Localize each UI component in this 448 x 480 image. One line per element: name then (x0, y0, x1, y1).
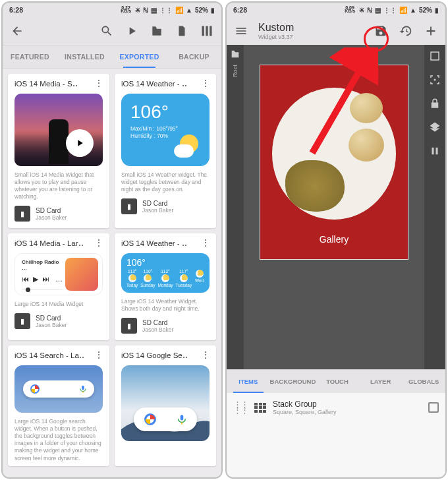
lock-icon[interactable] (429, 98, 441, 109)
album-art (65, 258, 98, 291)
tab-layer[interactable]: LAYER (359, 370, 403, 393)
file-icon[interactable] (174, 23, 190, 39)
status-bar: 6:28 0.22KB/s ✳ℕ▤⋮⋮📶▲ 52%▮ (3, 3, 221, 17)
mic-icon (176, 413, 188, 425)
editor-tabs: ITEMS BACKGROUND TOUCH LAYER GLOBALS (227, 369, 445, 393)
folder-icon[interactable] (149, 23, 165, 39)
editor-canvas-area: Root Gallery (227, 45, 445, 369)
tab-exported[interactable]: EXPORTED (112, 45, 167, 68)
card-title: iOS 14 Google Se‥ (121, 351, 198, 360)
temperature: 106° (126, 257, 204, 268)
sd-card-icon: ▮ (121, 318, 137, 334)
tab-installed[interactable]: INSTALLED (57, 45, 112, 68)
search-icon[interactable] (99, 23, 115, 39)
svg-rect-1 (82, 386, 84, 390)
svg-rect-4 (181, 415, 184, 421)
card-title: iOS 14 Search - La‥ (14, 351, 92, 360)
header-bar (3, 17, 221, 45)
left-rail: Root (227, 45, 244, 369)
tab-touch[interactable]: TOUCH (316, 370, 359, 393)
card-desc: Small iOS 14 Weather widget. The widget … (115, 166, 216, 197)
status-time: 6:28 (233, 6, 247, 14)
tab-items[interactable]: ITEMS (227, 370, 270, 393)
right-rail (424, 45, 445, 369)
card-preview (121, 365, 210, 441)
canvas[interactable]: Gallery (244, 45, 424, 369)
tab-globals[interactable]: GLOBALS (402, 370, 445, 393)
save-icon[interactable] (373, 23, 389, 39)
sd-card-icon: ▮ (121, 198, 137, 214)
status-time: 6:28 (9, 6, 23, 14)
menu-icon[interactable] (233, 23, 249, 39)
root-label[interactable]: Root (232, 65, 238, 77)
card-preview: 106° Max/Min : 108°/95°Humidity : 70% (121, 94, 210, 166)
focus-icon[interactable] (429, 74, 441, 86)
widget-card-media-small[interactable]: iOS 14 Media - S‥⋮ Small iOS 14 Media Wi… (8, 74, 109, 228)
card-preview (14, 365, 103, 413)
add-icon[interactable] (423, 23, 439, 39)
card-preview: Chillhop Radio … ⏮▶⏭… (14, 253, 103, 295)
more-icon[interactable]: ⋮ (92, 82, 105, 86)
grid-icon[interactable] (199, 23, 215, 39)
weather-sun-icon (174, 133, 200, 160)
status-bar: 6:28 0.09KB/s ✳ℕ▤⋮⋮📶▲ 52%▮ (227, 3, 445, 17)
google-logo-icon (143, 412, 157, 427)
widget-frame[interactable]: Gallery (260, 65, 408, 260)
svg-rect-6 (431, 52, 439, 60)
card-preview: 106° 113°Today 110°Sunday 112°Monday 117… (121, 253, 210, 293)
card-title: iOS 14 Weather - ‥ (121, 239, 198, 248)
widget-card-weather-large[interactable]: iOS 14 Weather - ‥⋮ 106° 113°Today 110°S… (115, 233, 216, 340)
more-icon[interactable]: ⋮ (198, 82, 212, 86)
tab-backup[interactable]: BACKUP (167, 45, 221, 68)
stack-group-icon (254, 403, 266, 413)
more-icon[interactable]: ⋮ (92, 353, 105, 357)
layers-icon[interactable] (429, 121, 441, 133)
checkbox[interactable] (428, 402, 439, 413)
mic-icon (78, 384, 88, 394)
widget-card-media-large[interactable]: iOS 14 Media - Lar‥⋮ Chillhop Radio … ⏮▶… (8, 233, 109, 340)
more-icon[interactable]: ⋮ (198, 241, 212, 245)
item-subtitle: Square, Square, Gallery (273, 409, 337, 415)
card-preview (14, 94, 103, 166)
sd-card-icon: ▮ (14, 206, 30, 222)
tabs-row: FEATURED INSTALLED EXPORTED BACKUP (3, 45, 221, 69)
more-icon[interactable]: ⋮ (198, 353, 212, 357)
media-controls: ⏮▶⏭… (22, 275, 63, 284)
widget-grid[interactable]: iOS 14 Media - S‥⋮ Small iOS 14 Media Wi… (3, 69, 221, 477)
pause-icon[interactable] (429, 145, 441, 157)
card-desc: Large iOS 14 Media Widget (8, 295, 109, 312)
card-footer: ▮ SD CardJason Baker (8, 204, 109, 228)
tab-background[interactable]: BACKGROUND (270, 370, 316, 393)
tab-featured[interactable]: FEATURED (3, 45, 57, 68)
card-title: iOS 14 Media - Lar‥ (14, 239, 92, 248)
track-name: Chillhop Radio … (22, 259, 63, 271)
widget-card-weather-small[interactable]: iOS 14 Weather - ‥⋮ 106° Max/Min : 108°/… (115, 74, 216, 228)
screen-widget-list: 6:28 0.22KB/s ✳ℕ▤⋮⋮📶▲ 52%▮ FEATURED INST… (1, 1, 223, 479)
google-logo-icon (30, 384, 40, 394)
screen-kustom-editor: 6:28 0.09KB/s ✳ℕ▤⋮⋮📶▲ 52%▮ Kustom Widget… (225, 1, 447, 479)
gallery-photo (266, 71, 403, 225)
sd-card-icon: ▮ (14, 313, 30, 329)
gallery-label: Gallery (320, 234, 349, 245)
svg-point-7 (434, 79, 436, 81)
folder-icon[interactable] (230, 49, 240, 59)
status-icons: 0.22KB/s ✳ℕ▤⋮⋮📶▲ 52%▮ (121, 7, 215, 14)
square-icon[interactable] (429, 50, 441, 62)
play-store-icon[interactable] (124, 23, 140, 39)
play-icon[interactable] (66, 129, 94, 157)
card-desc: Large iOS 14 Weather Widget. Shows both … (115, 293, 216, 316)
item-title: Stack Group (273, 400, 337, 409)
widget-card-google-search[interactable]: iOS 14 Google Se‥⋮ (115, 345, 216, 465)
back-icon[interactable] (9, 23, 25, 39)
drag-handle-icon[interactable]: ⋮⋮⋮⋮ (233, 402, 248, 413)
temperature: 106° (130, 102, 200, 123)
card-desc: Large iOS 14 Google search widget. When … (8, 413, 109, 465)
app-title: Kustom Widget v3.37 (258, 22, 364, 40)
items-list: ⋮⋮⋮⋮ Stack Group Square, Square, Gallery (227, 393, 445, 477)
history-icon[interactable] (398, 23, 414, 39)
search-pill (23, 380, 94, 398)
widget-card-search-large[interactable]: iOS 14 Search - La‥⋮ Large iOS 14 Google… (8, 345, 109, 465)
item-row[interactable]: ⋮⋮⋮⋮ Stack Group Square, Square, Gallery (233, 400, 439, 415)
more-icon[interactable]: ⋮ (92, 241, 105, 245)
card-title: iOS 14 Media - S‥ (14, 79, 92, 88)
